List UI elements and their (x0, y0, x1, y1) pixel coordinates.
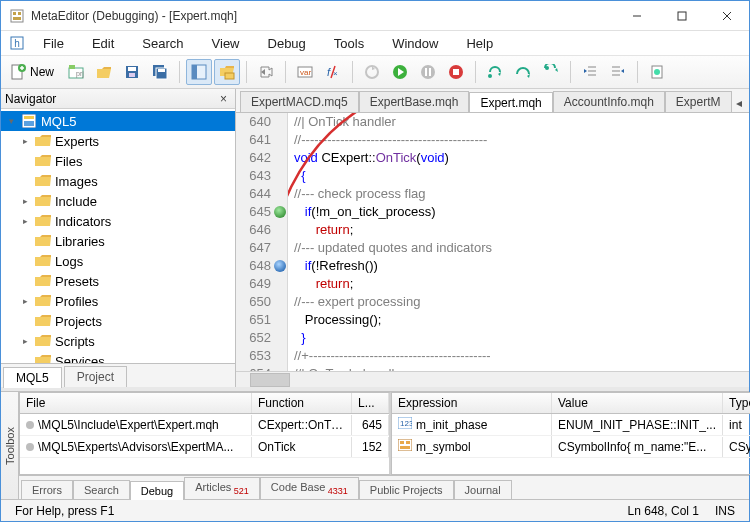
breakpoint-marker[interactable] (274, 260, 286, 272)
doc-tab[interactable]: Expert.mqh (469, 92, 552, 113)
col-function[interactable]: Function (252, 393, 352, 413)
window-title: MetaEditor (Debugging) - [Expert.mqh] (31, 9, 614, 23)
toggle-toolbox-button[interactable] (214, 59, 240, 85)
menu-file[interactable]: File (29, 33, 78, 54)
doc-tab[interactable]: ExpertM (665, 91, 732, 112)
tabs-scroll-right[interactable]: ▸ (746, 94, 749, 112)
tree-item-presets[interactable]: Presets (1, 271, 235, 291)
doc-tab[interactable]: ExpertBase.mqh (359, 91, 470, 112)
folder-icon (35, 353, 51, 363)
function-button[interactable]: f× (320, 59, 346, 85)
menu-view[interactable]: View (198, 33, 254, 54)
tree-item-scripts[interactable]: ▸Scripts (1, 331, 235, 351)
watch-grid[interactable]: Expression Value Type 123m_init_phaseENU… (391, 392, 750, 475)
toolbox-tab-journal[interactable]: Journal (454, 480, 512, 499)
bookmark-button[interactable] (644, 59, 670, 85)
maximize-button[interactable] (659, 1, 704, 30)
tree-item-images[interactable]: Images (1, 171, 235, 191)
step-into-button[interactable] (482, 59, 508, 85)
toggle-navigator-button[interactable] (186, 59, 212, 85)
call-stack-grid[interactable]: File Function L... \MQL5\Include\Expert\… (19, 392, 391, 475)
svg-rect-1 (13, 12, 16, 15)
variables-button[interactable]: var (292, 59, 318, 85)
tree-item-experts[interactable]: ▸Experts (1, 131, 235, 151)
tabs-scroll-left[interactable]: ◂ (732, 94, 746, 112)
tree-item-files[interactable]: Files (1, 151, 235, 171)
menu-help[interactable]: Help (452, 33, 507, 54)
minimize-button[interactable] (614, 1, 659, 30)
svg-rect-22 (158, 69, 165, 72)
tree-item-services[interactable]: Services (1, 351, 235, 363)
indent-left-button[interactable] (577, 59, 603, 85)
doc-tab[interactable]: AccountInfo.mqh (553, 91, 665, 112)
continue-button[interactable] (387, 59, 413, 85)
tree-item-logs[interactable]: Logs (1, 251, 235, 271)
status-insert: INS (707, 504, 743, 518)
menu-window[interactable]: Window (378, 33, 452, 54)
project-button[interactable]: prj (63, 59, 89, 85)
tree-item-projects[interactable]: Projects (1, 311, 235, 331)
toolbox-tabs: ErrorsSearchDebugArticles 521Code Base 4… (19, 475, 749, 499)
svg-rect-55 (400, 446, 410, 449)
pause-button[interactable] (415, 59, 441, 85)
stop-button[interactable] (443, 59, 469, 85)
menu-edit[interactable]: Edit (78, 33, 128, 54)
folder-icon (35, 173, 51, 189)
expand-icon[interactable]: ▸ (19, 196, 31, 206)
stack-row[interactable]: \MQL5\Include\Expert\Expert.mqhCExpert::… (20, 414, 389, 436)
navigator-tree[interactable]: ▾ MQL5 ▸ExpertsFilesImages▸Include▸Indic… (1, 109, 235, 363)
current-line-marker[interactable] (274, 206, 286, 218)
editor-h-scrollbar[interactable] (236, 371, 749, 387)
undo-button[interactable] (253, 59, 279, 85)
menu-debug[interactable]: Debug (254, 33, 320, 54)
close-button[interactable] (704, 1, 749, 30)
svg-rect-48 (24, 116, 34, 119)
tree-item-libraries[interactable]: Libraries (1, 231, 235, 251)
navigator-tab-mql5[interactable]: MQL5 (3, 367, 62, 388)
svg-text:h: h (14, 38, 20, 49)
navigator-close-icon[interactable]: × (216, 92, 231, 106)
save-all-button[interactable] (147, 59, 173, 85)
tree-item-profiles[interactable]: ▸Profiles (1, 291, 235, 311)
menu-search[interactable]: Search (128, 33, 197, 54)
toolbox-tab-search[interactable]: Search (73, 480, 130, 499)
tree-item-indicators[interactable]: ▸Indicators (1, 211, 235, 231)
expand-icon[interactable]: ▸ (19, 336, 31, 346)
expand-icon[interactable]: ▸ (19, 216, 31, 226)
tree-root[interactable]: ▾ MQL5 (1, 111, 235, 131)
toolbox-tab-debug[interactable]: Debug (130, 481, 184, 500)
statusbar: For Help, press F1 Ln 648, Col 1 INS (1, 499, 749, 521)
code-editor[interactable]: 6406416426436446456466476486496506516526… (236, 113, 749, 371)
tree-item-include[interactable]: ▸Include (1, 191, 235, 211)
stack-row[interactable]: \MQL5\Experts\Advisors\ExpertMA...OnTick… (20, 436, 389, 458)
col-value[interactable]: Value (552, 393, 723, 413)
restart-button[interactable] (359, 59, 385, 85)
collapse-icon[interactable]: ▾ (5, 116, 17, 126)
svg-point-46 (654, 69, 660, 75)
toolbox-tab-code-base[interactable]: Code Base 4331 (260, 477, 359, 499)
doc-tab[interactable]: ExpertMACD.mq5 (240, 91, 359, 112)
toolbox-tab-public-projects[interactable]: Public Projects (359, 480, 454, 499)
step-over-button[interactable] (510, 59, 536, 85)
toolbox-tab-errors[interactable]: Errors (21, 480, 73, 499)
new-button[interactable]: New (5, 59, 61, 85)
navigator-tab-project[interactable]: Project (64, 366, 127, 387)
save-button[interactable] (119, 59, 145, 85)
folder-icon (35, 273, 51, 289)
expand-icon[interactable]: ▸ (19, 136, 31, 146)
toolbox-tab-articles[interactable]: Articles 521 (184, 477, 260, 499)
step-out-button[interactable] (538, 59, 564, 85)
mdi-icon[interactable]: h (9, 35, 25, 51)
col-expression[interactable]: Expression (392, 393, 552, 413)
open-button[interactable] (91, 59, 117, 85)
col-line[interactable]: L... (352, 393, 389, 413)
expand-icon[interactable]: ▸ (19, 296, 31, 306)
col-file[interactable]: File (20, 393, 252, 413)
navigator-header: Navigator × (1, 89, 235, 109)
col-type[interactable]: Type (723, 393, 750, 413)
menu-tools[interactable]: Tools (320, 33, 378, 54)
watch-row[interactable]: 123m_init_phaseENUM_INIT_PHASE::INIT_...… (392, 414, 750, 436)
svg-rect-33 (425, 68, 427, 76)
watch-row[interactable]: m_symbolCSymbolInfo{ m_name:"E...CSym... (392, 436, 750, 458)
indent-right-button[interactable] (605, 59, 631, 85)
